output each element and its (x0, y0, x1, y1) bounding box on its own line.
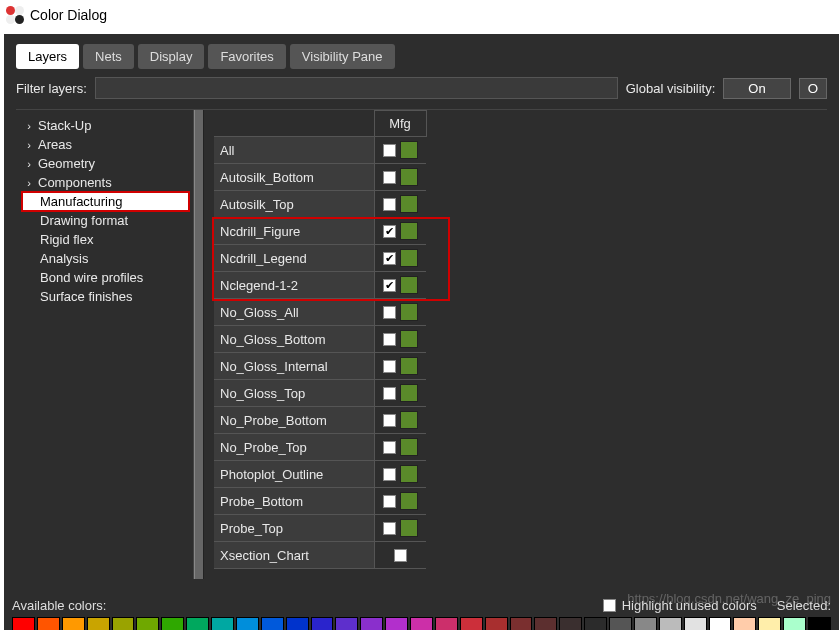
highlight-unused-checkbox[interactable] (603, 599, 616, 612)
color-swatch[interactable] (400, 492, 418, 510)
layer-name-cell[interactable]: Probe_Top (214, 515, 374, 542)
tab-nets[interactable]: Nets (83, 44, 134, 69)
tab-favorites[interactable]: Favorites (208, 44, 285, 69)
palette-swatch[interactable] (534, 617, 557, 630)
palette-swatch[interactable] (311, 617, 334, 630)
layer-name-cell[interactable]: Nclegend-1-2 (214, 272, 374, 299)
palette-swatch[interactable] (435, 617, 458, 630)
layer-name-cell[interactable]: Autosilk_Top (214, 191, 374, 218)
visibility-checkbox[interactable] (383, 144, 396, 157)
tree-item-drawing-format[interactable]: Drawing format (22, 211, 189, 230)
visibility-checkbox[interactable] (383, 522, 396, 535)
tab-layers[interactable]: Layers (16, 44, 79, 69)
visibility-checkbox[interactable] (383, 387, 396, 400)
palette-swatch[interactable] (37, 617, 60, 630)
visibility-checkbox[interactable] (383, 171, 396, 184)
grid-header-mfg[interactable]: Mfg (374, 111, 426, 137)
palette-swatch[interactable] (659, 617, 682, 630)
color-swatch[interactable] (400, 384, 418, 402)
tree-item-areas[interactable]: ›Areas (22, 135, 189, 154)
layer-name-cell[interactable]: Photoplot_Outline (214, 461, 374, 488)
layer-name-cell[interactable]: No_Gloss_Bottom (214, 326, 374, 353)
tab-display[interactable]: Display (138, 44, 205, 69)
palette-swatch[interactable] (360, 617, 383, 630)
tree-item-rigid-flex[interactable]: Rigid flex (22, 230, 189, 249)
layer-name-cell[interactable]: No_Gloss_All (214, 299, 374, 326)
palette-swatch[interactable] (87, 617, 110, 630)
filter-input[interactable] (95, 77, 618, 99)
visibility-checkbox[interactable] (383, 333, 396, 346)
palette-swatch[interactable] (758, 617, 781, 630)
palette-swatch[interactable] (684, 617, 707, 630)
tree-item-analysis[interactable]: Analysis (22, 249, 189, 268)
tree-item-components[interactable]: ›Components (22, 173, 189, 192)
visibility-checkbox[interactable]: ✔ (383, 279, 396, 292)
visibility-checkbox[interactable] (383, 441, 396, 454)
palette-swatch[interactable] (385, 617, 408, 630)
palette-swatch[interactable] (261, 617, 284, 630)
visibility-checkbox[interactable] (394, 549, 407, 562)
layer-name-cell[interactable]: All (214, 137, 374, 164)
visibility-checkbox[interactable]: ✔ (383, 225, 396, 238)
color-swatch[interactable] (400, 276, 418, 294)
palette-swatch[interactable] (609, 617, 632, 630)
color-swatch[interactable] (400, 195, 418, 213)
color-swatch[interactable] (400, 357, 418, 375)
palette-swatch[interactable] (559, 617, 582, 630)
global-visibility-on-button[interactable]: On (723, 78, 790, 99)
palette-swatch[interactable] (510, 617, 533, 630)
layer-name-cell[interactable]: Xsection_Chart (214, 542, 374, 569)
palette-swatch[interactable] (783, 617, 806, 630)
layer-name-cell[interactable]: Probe_Bottom (214, 488, 374, 515)
color-swatch[interactable] (400, 141, 418, 159)
palette-swatch[interactable] (709, 617, 732, 630)
visibility-checkbox[interactable]: ✔ (383, 252, 396, 265)
global-visibility-off-button[interactable]: O (799, 78, 827, 99)
tab-visibility-pane[interactable]: Visibility Pane (290, 44, 395, 69)
palette-swatch[interactable] (410, 617, 433, 630)
palette-swatch[interactable] (161, 617, 184, 630)
palette-swatch[interactable] (485, 617, 508, 630)
palette-swatch[interactable] (62, 617, 85, 630)
palette-swatch[interactable] (186, 617, 209, 630)
layer-name-cell[interactable]: Autosilk_Bottom (214, 164, 374, 191)
tree-item-bond-wire-profiles[interactable]: Bond wire profiles (22, 268, 189, 287)
visibility-checkbox[interactable] (383, 306, 396, 319)
layer-name-cell[interactable]: No_Probe_Top (214, 434, 374, 461)
tree-item-surface-finishes[interactable]: Surface finishes (22, 287, 189, 306)
color-swatch[interactable] (400, 465, 418, 483)
visibility-checkbox[interactable] (383, 495, 396, 508)
visibility-checkbox[interactable] (383, 468, 396, 481)
layer-name-cell[interactable]: No_Gloss_Internal (214, 353, 374, 380)
visibility-checkbox[interactable] (383, 414, 396, 427)
palette-swatch[interactable] (808, 617, 831, 630)
color-swatch[interactable] (400, 411, 418, 429)
color-swatch[interactable] (400, 438, 418, 456)
palette-swatch[interactable] (136, 617, 159, 630)
palette-swatch[interactable] (335, 617, 358, 630)
color-swatch[interactable] (400, 303, 418, 321)
palette-swatch[interactable] (584, 617, 607, 630)
palette-swatch[interactable] (286, 617, 309, 630)
palette-swatch[interactable] (211, 617, 234, 630)
color-swatch[interactable] (400, 249, 418, 267)
palette-swatch[interactable] (12, 617, 35, 630)
palette-swatch[interactable] (733, 617, 756, 630)
visibility-checkbox[interactable] (383, 198, 396, 211)
color-swatch[interactable] (400, 168, 418, 186)
palette-swatch[interactable] (634, 617, 657, 630)
color-swatch[interactable] (400, 519, 418, 537)
layer-name-cell[interactable]: Ncdrill_Figure (214, 218, 374, 245)
layer-name-cell[interactable]: No_Probe_Bottom (214, 407, 374, 434)
palette-swatch[interactable] (460, 617, 483, 630)
layer-name-cell[interactable]: Ncdrill_Legend (214, 245, 374, 272)
color-swatch[interactable] (400, 222, 418, 240)
layer-name-cell[interactable]: No_Gloss_Top (214, 380, 374, 407)
tree-item-stack-up[interactable]: ›Stack-Up (22, 116, 189, 135)
visibility-checkbox[interactable] (383, 360, 396, 373)
palette-swatch[interactable] (236, 617, 259, 630)
color-swatch[interactable] (400, 330, 418, 348)
tree-item-geometry[interactable]: ›Geometry (22, 154, 189, 173)
tree-item-manufacturing[interactable]: Manufacturing (22, 192, 189, 211)
palette-swatch[interactable] (112, 617, 135, 630)
